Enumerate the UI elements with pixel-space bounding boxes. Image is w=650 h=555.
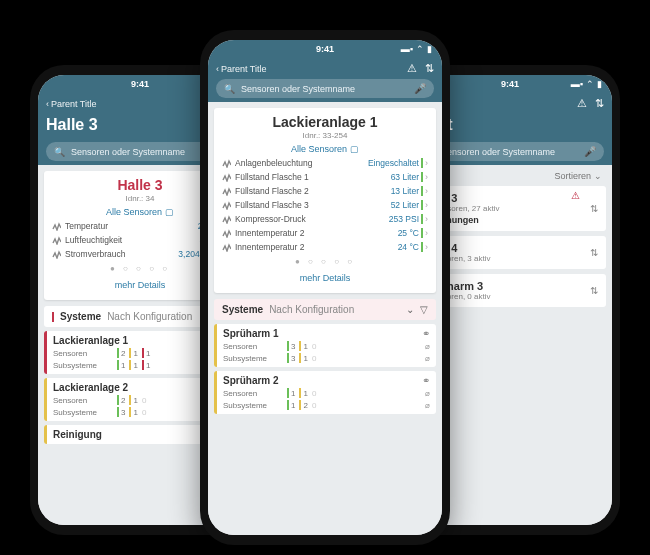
more-details-link[interactable]: mehr Details xyxy=(222,269,428,287)
sensor-label: Stromverbrauch xyxy=(65,249,125,259)
stat-row: Sensoren 310 ⌀ xyxy=(223,339,430,351)
stat-label: Subsysteme xyxy=(53,408,113,417)
card-title: Lackieranlage 1 xyxy=(222,114,428,130)
mic-icon[interactable]: 🎤 xyxy=(414,83,426,94)
sensor-icon xyxy=(52,250,61,259)
sensor-label: Innentemperatur 2 xyxy=(235,242,304,252)
idnr: Idnr.: 33-254 xyxy=(222,131,428,140)
sensor-label: Innentemperatur 2 xyxy=(235,228,304,238)
settings-icon[interactable]: ⇅ xyxy=(590,247,598,258)
sensor-row[interactable]: Innentemperatur 2 24 °C› xyxy=(222,240,428,254)
sensor-value: 24 °C xyxy=(398,242,419,252)
system-name: Sprüharm 2 xyxy=(223,375,279,386)
statusbar: 9:41 ▬▪⌃▮ xyxy=(208,40,442,58)
stat-label: Sensoren xyxy=(53,349,113,358)
back-button[interactable]: ‹Parent Title xyxy=(46,99,97,109)
sensor-row[interactable]: Innentemperatur 2 25 °C› xyxy=(222,226,428,240)
sensor-label: Luftfeuchtigkeit xyxy=(65,235,122,245)
battery-icon: ▮ xyxy=(597,79,602,89)
filter-icon[interactable]: ⇅ xyxy=(425,62,434,75)
stat-row: Sensoren 110 ⌀ xyxy=(223,386,430,398)
system-card[interactable]: Sprüharm 1 ⚭ Sensoren 310 ⌀ Subsysteme 3… xyxy=(214,324,436,367)
mute-icon[interactable]: ⌀ xyxy=(425,354,430,363)
sensor-label: Anlagenbeleuchtung xyxy=(235,158,313,168)
funnel-icon[interactable]: ▽ xyxy=(420,304,428,315)
wifi-icon: ⌃ xyxy=(416,44,424,54)
search-input[interactable] xyxy=(441,147,578,157)
sensor-value: 52 Liter xyxy=(391,200,419,210)
sensor-label: Füllstand Flasche 3 xyxy=(235,200,309,210)
signal-icon: ▬▪ xyxy=(571,79,583,89)
filter-icon[interactable]: ⇅ xyxy=(595,97,604,110)
settings-icon[interactable]: ⇅ xyxy=(590,285,598,296)
navbar: ‹Parent Title ⚠︎⇅ 🔍 🎤 xyxy=(208,58,442,102)
chevron-down-icon[interactable]: ⌄ xyxy=(406,304,414,315)
sensor-icon xyxy=(222,215,231,224)
status-time: 9:41 xyxy=(131,79,149,89)
mute-icon[interactable]: ⌀ xyxy=(425,342,430,351)
sensor-icon xyxy=(52,236,61,245)
chevron-right-icon: › xyxy=(425,214,428,224)
signal-icon: ▬▪ xyxy=(401,44,413,54)
search-input[interactable] xyxy=(71,147,208,157)
stat-label: Sensoren xyxy=(223,342,283,351)
search-field[interactable]: 🔍 🎤 xyxy=(216,79,434,98)
chevron-down-icon: ⌄ xyxy=(594,171,602,181)
mute-icon[interactable]: ⌀ xyxy=(425,389,430,398)
stat-row: Subsysteme 120 ⌀ xyxy=(223,398,430,410)
system-name: Lackieranlage 2 xyxy=(53,382,128,393)
sensor-label: Temperatur xyxy=(65,221,108,231)
settings-icon[interactable]: ⇅ xyxy=(590,203,598,214)
chevron-right-icon: › xyxy=(425,186,428,196)
system-card[interactable]: Sprüharm 2 ⚭ Sensoren 110 ⌀ Subsysteme 1… xyxy=(214,371,436,414)
connect-icon[interactable]: ⚭ xyxy=(422,328,430,339)
sensor-row[interactable]: Füllstand Flasche 1 63 Liter› xyxy=(222,170,428,184)
mute-icon[interactable]: ⌀ xyxy=(425,401,430,410)
warning-icon[interactable]: ⚠︎ xyxy=(577,97,587,110)
system-name: Sprüharm 1 xyxy=(223,328,279,339)
alert-icon: ⚠︎ xyxy=(571,190,580,201)
search-icon: 🔍 xyxy=(224,84,235,94)
stat-label: Sensoren xyxy=(223,389,283,398)
chevron-left-icon: ‹ xyxy=(46,99,49,109)
sensor-icon xyxy=(222,159,231,168)
sensor-icon xyxy=(222,173,231,182)
sensor-row[interactable]: Füllstand Flasche 2 13 Liter› xyxy=(222,184,428,198)
warning-icon[interactable]: ⚠︎ xyxy=(407,62,417,75)
search-input[interactable] xyxy=(241,84,408,94)
sensor-row[interactable]: Anlagenbeleuchtung Eingeschaltet› xyxy=(222,156,428,170)
battery-icon: ▮ xyxy=(427,44,432,54)
external-icon: ▢ xyxy=(350,144,359,154)
stat-label: Subsysteme xyxy=(223,401,283,410)
sensor-value: 63 Liter xyxy=(391,172,419,182)
pager: ● ○ ○ ○ ○ xyxy=(222,257,428,266)
sensor-value: 13 Liter xyxy=(391,186,419,196)
sensor-icon xyxy=(222,201,231,210)
search-icon: 🔍 xyxy=(54,147,65,157)
external-icon: ▢ xyxy=(165,207,174,217)
sensor-value: 25 °C xyxy=(398,228,419,238)
sensor-value: 253 PSI xyxy=(389,214,419,224)
phone-center: 9:41 ▬▪⌃▮ ‹Parent Title ⚠︎⇅ 🔍 🎤 Lackiera… xyxy=(200,30,450,545)
chevron-right-icon: › xyxy=(425,200,428,210)
chevron-left-icon: ‹ xyxy=(216,64,219,74)
stat-label: Subsysteme xyxy=(53,361,113,370)
sensor-row[interactable]: Füllstand Flasche 3 52 Liter› xyxy=(222,198,428,212)
stat-label: Sensoren xyxy=(53,396,113,405)
sensor-icon xyxy=(222,187,231,196)
chevron-right-icon: › xyxy=(425,228,428,238)
chevron-right-icon: › xyxy=(425,242,428,252)
chevron-right-icon: › xyxy=(425,172,428,182)
sensor-label: Füllstand Flasche 1 xyxy=(235,172,309,182)
back-button[interactable]: ‹Parent Title xyxy=(216,64,267,74)
stat-row: Subsysteme 310 ⌀ xyxy=(223,351,430,363)
all-sensors-link[interactable]: Alle Sensoren▢ xyxy=(222,144,428,154)
connect-icon[interactable]: ⚭ xyxy=(422,375,430,386)
mic-icon[interactable]: 🎤 xyxy=(584,146,596,157)
system-card: Lackieranlage 1 Idnr.: 33-254 Alle Senso… xyxy=(214,108,436,293)
sensor-label: Füllstand Flasche 2 xyxy=(235,186,309,196)
sensor-icon xyxy=(222,243,231,252)
sensor-row[interactable]: Kompressor-Druck 253 PSI› xyxy=(222,212,428,226)
sensor-icon xyxy=(52,222,61,231)
wifi-icon: ⌃ xyxy=(586,79,594,89)
